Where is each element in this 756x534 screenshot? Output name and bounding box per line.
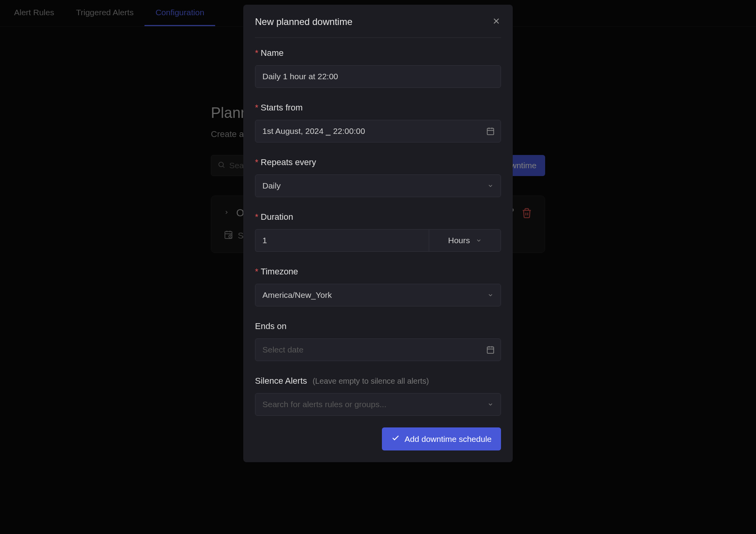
field-name: *Name bbox=[255, 48, 501, 88]
label-timezone: *Timezone bbox=[255, 267, 501, 277]
duration-input[interactable] bbox=[255, 229, 429, 252]
silence-alerts-select[interactable]: Search for alerts rules or groups... bbox=[255, 393, 501, 416]
label-ends-on: Ends on bbox=[255, 321, 501, 331]
close-button[interactable] bbox=[492, 16, 501, 27]
check-icon bbox=[391, 434, 400, 444]
duration-unit-select[interactable]: Hours bbox=[429, 229, 501, 252]
add-downtime-schedule-button[interactable]: Add downtime schedule bbox=[382, 427, 501, 450]
label-silence-alerts: Silence Alerts (Leave empty to silence a… bbox=[255, 376, 501, 386]
field-ends-on: Ends on bbox=[255, 321, 501, 361]
label-duration: *Duration bbox=[255, 212, 501, 222]
svg-rect-15 bbox=[487, 347, 494, 354]
chevron-down-icon bbox=[487, 292, 494, 298]
field-timezone: *Timezone America/New_York bbox=[255, 267, 501, 306]
submit-label: Add downtime schedule bbox=[405, 434, 492, 444]
new-downtime-modal: New planned downtime *Name *Starts from … bbox=[243, 5, 513, 462]
field-silence-alerts: Silence Alerts (Leave empty to silence a… bbox=[255, 376, 501, 416]
timezone-select[interactable]: America/New_York bbox=[255, 284, 501, 306]
ends-on-input[interactable] bbox=[255, 338, 501, 361]
name-input[interactable] bbox=[255, 65, 501, 88]
label-repeats-every: *Repeats every bbox=[255, 157, 501, 167]
repeats-every-select[interactable]: Daily bbox=[255, 174, 501, 197]
field-repeats-every: *Repeats every Daily bbox=[255, 157, 501, 197]
svg-rect-11 bbox=[487, 128, 494, 135]
silence-hint: (Leave empty to silence all alerts) bbox=[312, 377, 429, 385]
modal-footer: Add downtime schedule bbox=[255, 427, 501, 450]
field-duration: *Duration Hours bbox=[255, 212, 501, 252]
label-starts-from: *Starts from bbox=[255, 103, 501, 113]
modal-title: New planned downtime bbox=[255, 16, 352, 27]
duration-unit-value: Hours bbox=[448, 236, 470, 245]
label-name: *Name bbox=[255, 48, 501, 58]
silence-placeholder: Search for alerts rules or groups... bbox=[262, 400, 386, 409]
field-starts-from: *Starts from bbox=[255, 103, 501, 142]
modal-overlay: New planned downtime *Name *Starts from … bbox=[0, 0, 756, 534]
repeats-every-value: Daily bbox=[262, 181, 281, 190]
timezone-value: America/New_York bbox=[262, 290, 332, 300]
chevron-down-icon bbox=[487, 183, 494, 189]
chevron-down-icon bbox=[487, 401, 494, 408]
modal-header: New planned downtime bbox=[255, 16, 501, 38]
chevron-down-icon bbox=[476, 237, 482, 244]
starts-from-input[interactable] bbox=[255, 120, 501, 142]
